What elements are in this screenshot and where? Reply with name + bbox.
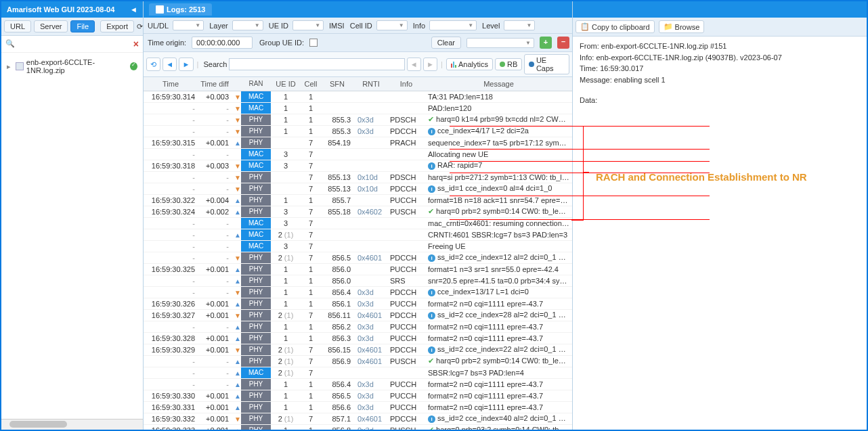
add-icon[interactable]: + [540, 37, 552, 49]
tree-toggle-icon[interactable]: ▸ [7, 62, 13, 71]
col-dir[interactable] [232, 77, 241, 91]
table-row[interactable]: 16:59:30.314+0.003▼MAC11TA:31 PAD:len=11… [144, 91, 572, 102]
time-value: 16:59:30.017 [600, 64, 643, 72]
col-rnti[interactable]: RNTI [355, 77, 387, 91]
table-row[interactable]: --▼PHY7855.130x10dPDCCHi ss_id=1 cce_ind… [144, 183, 572, 194]
col-ueid[interactable]: UE ID [271, 77, 301, 91]
tab-server[interactable]: Server [34, 20, 68, 32]
table-row[interactable]: 16:59:30.326+0.001▲PHY11856.10x3dPUCCHfo… [144, 298, 572, 309]
table-row[interactable]: --▼PHY11855.30x3dPDCCHi cce_index=4/17 L… [144, 125, 572, 137]
col-cell[interactable]: Cell [301, 77, 321, 91]
back-icon[interactable]: ◄ [162, 58, 177, 71]
col-ran[interactable]: RAN [241, 77, 271, 91]
search-input[interactable] [229, 58, 404, 70]
info-icon: i [428, 312, 435, 319]
uplink-icon: ▲ [234, 265, 241, 273]
logs-tab[interactable]: Logs: 2513 [149, 3, 212, 16]
time-origin-input[interactable]: 00:00:00.000 [192, 37, 253, 49]
downlink-icon: ▼ [234, 162, 241, 170]
table-row[interactable]: --▲PHY2 (1)7856.90x4601PUSCH✔ harq=0 prb… [144, 355, 572, 367]
table-row[interactable]: --▼PHY7855.130x10dPDSCHharq=si prb=271:2… [144, 171, 572, 183]
table-row[interactable]: 16:59:30.330+0.001▲PHY11856.50x3dPUCCHfo… [144, 390, 572, 401]
table-row[interactable]: 16:59:30.327+0.001▼PHY2 (1)7856.110x4601… [144, 309, 572, 321]
downlink-icon: ▼ [234, 104, 241, 112]
remove-icon[interactable]: – [557, 37, 569, 49]
info-icon: i [428, 346, 435, 354]
table-row[interactable]: --▲PHY11856.20x3dPUCCHformat=2 n=0 cqi=1… [144, 321, 572, 332]
table-row[interactable]: 16:59:30.332+0.001▼PHY2 (1)7857.10x4601P… [144, 413, 572, 424]
filter-ueid-select[interactable]: ▼ [292, 20, 324, 30]
forward-icon[interactable]: ► [179, 58, 193, 71]
table-row[interactable]: --▼PHY11855.30x3dPDSCH✔ harq=0 k1=4 prb=… [144, 114, 572, 125]
document-icon [16, 62, 23, 70]
tab-url[interactable]: URL [4, 20, 31, 32]
analytics-button[interactable]: Analytics [446, 58, 493, 70]
file-tree: ▸ enb-export-6CCLTE-1NR.log.zip [1, 53, 143, 419]
copy-button[interactable]: 📋 Copy to clipboard [576, 20, 655, 33]
table-row[interactable]: 16:59:30.329+0.001▼PHY2 (1)7856.150x4601… [144, 344, 572, 355]
clear-search-icon[interactable]: × [133, 39, 139, 49]
info-icon: i [428, 128, 435, 135]
filter-cellid-select[interactable]: ▼ [376, 20, 408, 30]
chevron-down-icon: ▼ [311, 22, 320, 28]
analytics-label: Analytics [458, 60, 488, 68]
filter-info-select[interactable]: ▼ [429, 20, 477, 30]
table-row[interactable]: --MAC37Allocating new UE [144, 148, 572, 160]
check-icon [130, 62, 137, 70]
col-msg[interactable]: Message [425, 77, 572, 91]
ok-icon: ✔ [428, 115, 434, 123]
tab-file[interactable]: File [70, 20, 95, 32]
search-prev-icon[interactable]: ◄ [407, 58, 421, 71]
table-row[interactable]: --MAC37mac_crnti=0x4601: resuming connec… [144, 217, 572, 229]
table-row[interactable]: --▼PHY2 (1)7856.50x4601PDCCHi ss_id=2 cc… [144, 252, 572, 263]
table-row[interactable]: --▲PHY11856.0SRSsnr=20.5 epre=-41.5 ta=0… [144, 275, 572, 286]
search-label: Search [202, 60, 227, 68]
table-row[interactable]: --▼MAC11PAD:len=120 [144, 102, 572, 114]
left-scrollbar[interactable] [1, 419, 143, 430]
downlink-icon: ▼ [234, 127, 241, 135]
col-time[interactable]: Time [144, 77, 198, 91]
filter-level-select[interactable]: ▼ [504, 20, 535, 30]
right-toolbar: 📋 Copy to clipboard 📁 Browse [573, 18, 867, 37]
browse-button[interactable]: 📁 Browse [659, 20, 705, 33]
filter-layer-select[interactable]: ▼ [232, 20, 263, 30]
uplink-icon: ▲ [234, 426, 241, 430]
table-row[interactable]: --MAC37Freeing UE [144, 240, 572, 252]
uplink-icon: ▲ [234, 208, 241, 216]
table-row[interactable]: --▲MAC2 (1)7CRNTI:4601 SBSR:lcg=7 bs=3 P… [144, 229, 572, 240]
uecaps-button[interactable]: UE Caps [524, 54, 569, 74]
table-row[interactable]: 16:59:30.322+0.004▲PHY11855.7PUCCHformat… [144, 194, 572, 206]
table-row[interactable]: 16:59:30.331+0.001▲PHY11856.60x3dPUCCHfo… [144, 401, 572, 413]
rb-button[interactable]: RB [495, 58, 522, 70]
table-row[interactable]: 16:59:30.333+0.001▲PHY11856.80x3dPUSCH✔ … [144, 424, 572, 430]
col-diff[interactable]: Time diff [198, 77, 232, 91]
ok-icon: ✔ [428, 357, 434, 365]
file-item[interactable]: ▸ enb-export-6CCLTE-1NR.log.zip [7, 57, 137, 76]
filter-bar: UL/DL ▼ Layer ▼ UE ID ▼ IMSI Cell ID ▼ I… [144, 18, 572, 34]
filter-uldl-select[interactable]: ▼ [173, 20, 204, 30]
clear-select[interactable]: ▼ [466, 38, 534, 48]
clear-button[interactable]: Clear [431, 37, 461, 49]
collapse-left-icon[interactable]: ◄ [130, 5, 137, 14]
table-row[interactable]: 16:59:30.318+0.003▼MAC37i RAR: rapid=7 [144, 160, 572, 171]
table-row[interactable]: 16:59:30.324+0.002▲PHY37855.180x4602PUSC… [144, 206, 572, 217]
log-table: Time Time diff RAN UE ID Cell SFN RNTI I… [144, 77, 572, 430]
export-button[interactable]: Export [100, 20, 134, 32]
table-row[interactable]: --▲MAC2 (1)7SBSR:lcg=7 bs=3 PAD:len=4 [144, 367, 572, 378]
uplink-icon: ▲ [234, 196, 241, 204]
table-row[interactable]: 16:59:30.315+0.001▲PHY7854.19PRACHsequen… [144, 137, 572, 148]
refresh-icon[interactable]: ⟳ [137, 20, 143, 32]
left-header: Amarisoft Web GUI 2023-08-04 ◄ [1, 1, 143, 18]
filter-info-label: Info [412, 22, 425, 30]
table-row[interactable]: --▼PHY11856.40x3dPDCCHi cce_index=13/17 … [144, 286, 572, 298]
table-row[interactable]: --▲PHY11856.40x3dPUCCHformat=2 n=0 cqi=1… [144, 378, 572, 390]
table-row[interactable]: 16:59:30.328+0.001▲PHY11856.30x3dPUCCHfo… [144, 332, 572, 344]
table-row[interactable]: 16:59:30.325+0.001▲PHY11856.0PUCCHformat… [144, 263, 572, 275]
group-ueid-checkbox[interactable] [309, 39, 318, 47]
search-next-icon[interactable]: ► [423, 58, 437, 71]
refresh-icon[interactable]: ⟲ [146, 58, 160, 71]
col-info[interactable]: Info [387, 77, 425, 91]
col-sfn[interactable]: SFN [321, 77, 355, 91]
log-table-wrap: Time Time diff RAN UE ID Cell SFN RNTI I… [144, 77, 572, 430]
filter-imsi-label: IMSI [328, 22, 345, 30]
